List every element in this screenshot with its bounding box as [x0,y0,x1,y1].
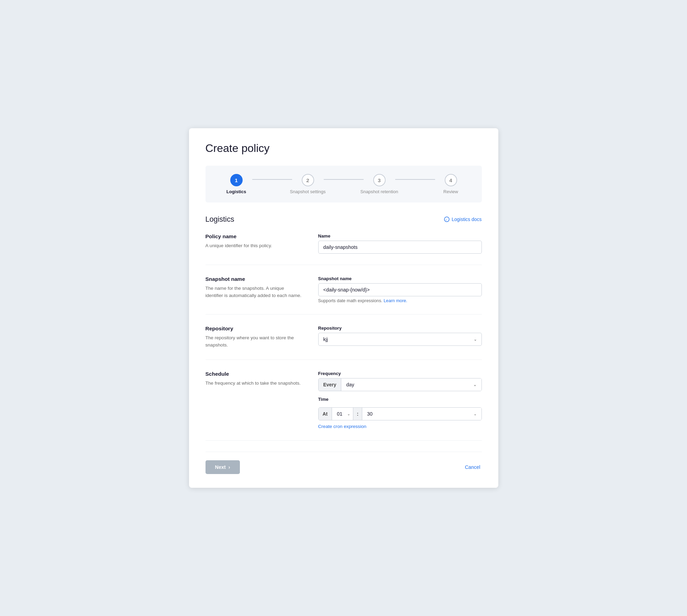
step-1-label: Logistics [226,189,246,194]
next-arrow-icon: › [229,464,230,470]
policy-name-row: Policy name A unique identifier for this… [206,233,482,265]
at-label: At [319,408,332,420]
time-colon: : [353,408,362,420]
schedule-left: Schedule The frequency at which to take … [206,371,302,429]
step-1-circle: 1 [230,174,243,186]
logistics-section-title: Logistics [206,215,234,224]
create-policy-modal: Create policy 1 Logistics 2 Snapshot set… [189,128,498,488]
snapshot-name-desc: The name for the snapshots. A unique ide… [206,285,302,299]
snapshot-name-right: Snapshot name Supports date math express… [318,276,482,303]
step-3: 3 Snapshot retention [359,174,399,194]
svg-text:i: i [446,218,447,221]
stepper: 1 Logistics 2 Snapshot settings 3 Snapsh… [206,166,482,202]
name-field-label: Name [318,233,482,239]
step-2-circle: 2 [302,174,314,186]
repository-right: Repository kjj backup-repo cold-storage … [318,326,482,349]
repository-left: Repository The repository where you want… [206,326,302,349]
frequency-row: Every day hour minute week month ⌄ [318,378,482,391]
minute-select[interactable]: 00 05 10 15 20 25 30 35 40 45 50 55 [362,408,481,420]
cron-expression-link[interactable]: Create cron expression [318,424,367,429]
hour-select[interactable]: 00 01 02 03 04 05 06 07 08 09 10 11 12 1… [332,408,353,420]
time-label: Time [318,397,482,402]
time-minute-wrapper: 00 05 10 15 20 25 30 35 40 45 50 55 ⌄ [362,408,481,420]
repository-select-wrapper: kjj backup-repo cold-storage ⌄ [318,333,482,346]
step-1: 1 Logistics [217,174,256,194]
frequency-select-wrapper: day hour minute week month ⌄ [341,378,481,391]
every-prefix: Every [319,378,342,391]
repository-desc: The repository where you want to store t… [206,334,302,349]
step-2-label: Snapshot settings [290,189,325,194]
svg-point-0 [444,217,449,222]
learn-more-link[interactable]: Learn more. [384,298,407,303]
repository-field-label: Repository [318,326,482,331]
next-label: Next [215,464,226,470]
schedule-desc: The frequency at which to take the snaps… [206,380,302,387]
cancel-button[interactable]: Cancel [464,460,482,474]
book-icon: i [444,217,450,222]
time-hour-wrapper: 00 01 02 03 04 05 06 07 08 09 10 11 12 1… [332,408,353,420]
docs-link-label: Logistics docs [452,217,481,222]
logistics-docs-link[interactable]: i Logistics docs [444,217,481,222]
step-connector-3 [395,179,435,180]
snapshot-name-input[interactable] [318,283,482,296]
snapshot-name-title: Snapshot name [206,276,302,282]
frequency-select[interactable]: day hour minute week month [341,378,481,391]
repository-row: Repository The repository where you want… [206,326,482,360]
frequency-label: Frequency [318,371,482,376]
step-3-circle: 3 [373,174,386,186]
page-title: Create policy [206,142,482,155]
step-2: 2 Snapshot settings [288,174,328,194]
schedule-title: Schedule [206,371,302,377]
next-button[interactable]: Next › [206,460,240,474]
step-connector-1 [252,179,292,180]
snapshot-name-field-label: Snapshot name [318,276,482,281]
snapshot-name-left: Snapshot name The name for the snapshots… [206,276,302,303]
policy-name-right: Name [318,233,482,254]
snapshot-name-hint: Supports date math expressions. Learn mo… [318,298,482,303]
snapshot-name-row: Snapshot name The name for the snapshots… [206,276,482,315]
schedule-row: Schedule The frequency at which to take … [206,371,482,441]
repository-title: Repository [206,326,302,332]
policy-name-left: Policy name A unique identifier for this… [206,233,302,254]
repository-select[interactable]: kjj backup-repo cold-storage [318,333,482,346]
step-4-circle: 4 [445,174,457,186]
step-4-label: Review [443,189,458,194]
policy-name-desc: A unique identifier for this policy. [206,242,302,249]
schedule-right: Frequency Every day hour minute week mon… [318,371,482,429]
policy-name-title: Policy name [206,233,302,240]
step-connector-2 [324,179,364,180]
section-header: Logistics i Logistics docs [206,215,482,224]
time-row: At 00 01 02 03 04 05 06 07 08 09 10 [318,407,482,420]
step-3-label: Snapshot retention [360,189,398,194]
name-input[interactable] [318,241,482,254]
step-4: 4 Review [431,174,471,194]
modal-footer: Next › Cancel [206,452,482,474]
